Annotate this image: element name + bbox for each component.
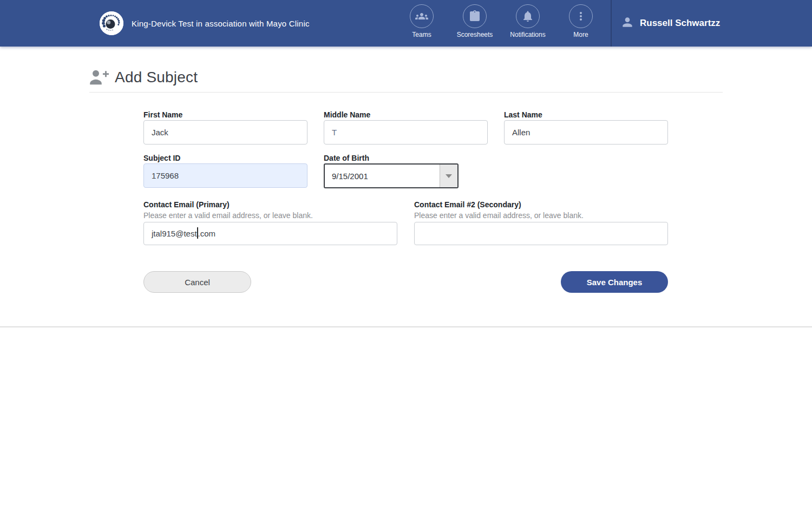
header-divider <box>611 0 612 47</box>
nav-item-teams[interactable]: Teams <box>395 4 448 38</box>
email-secondary-input[interactable] <box>414 222 668 245</box>
date-of-birth-value: 9/15/2001 <box>325 165 440 187</box>
clipboard-icon <box>463 4 487 28</box>
person-icon <box>620 15 634 31</box>
email-primary-hint: Please enter a valid email address, or l… <box>143 211 313 220</box>
content-bottom-divider <box>0 326 812 327</box>
email-primary-value-tail: .com <box>198 229 216 238</box>
date-of-birth-dropdown-button[interactable] <box>440 165 457 187</box>
heading-divider <box>89 92 723 93</box>
nav-label-more: More <box>573 31 588 38</box>
header-nav: Teams Scoresheets Notifications More <box>395 4 607 38</box>
date-of-birth-label: Date of Birth <box>324 154 369 162</box>
first-name-label: First Name <box>143 110 182 119</box>
last-name-value: Allen <box>512 128 530 137</box>
middle-name-value: T <box>332 128 337 137</box>
chevron-down-icon <box>446 174 452 178</box>
app-header: King-Devick Test in association with May… <box>0 0 812 47</box>
user-menu[interactable]: Russell Schwartzz <box>620 0 720 47</box>
groups-icon <box>410 4 434 28</box>
email-secondary-label: Contact Email #2 (Secondary) <box>414 200 521 209</box>
cancel-button-label: Cancel <box>185 278 210 287</box>
email-primary-label: Contact Email (Primary) <box>143 200 230 209</box>
person-add-icon <box>89 69 109 86</box>
brand-home-link[interactable]: King-Devick Test in association with May… <box>100 11 310 35</box>
subject-id-input[interactable]: 175968 <box>143 163 307 188</box>
last-name-input[interactable]: Allen <box>504 120 668 144</box>
save-changes-button-label: Save Changes <box>587 278 643 287</box>
subject-id-value: 175968 <box>152 171 179 180</box>
email-secondary-hint: Please enter a valid email address, or l… <box>414 211 584 220</box>
cancel-button[interactable]: Cancel <box>143 271 251 293</box>
middle-name-label: Middle Name <box>324 110 370 119</box>
page-title: Add Subject <box>115 69 198 86</box>
email-primary-value-head: jtal915@test <box>152 229 197 238</box>
app-title: King-Devick Test in association with May… <box>132 19 310 28</box>
subject-id-label: Subject ID <box>143 154 180 162</box>
app-window: King-Devick Test in association with May… <box>0 0 812 519</box>
save-changes-button[interactable]: Save Changes <box>561 271 668 293</box>
nav-label-notifications: Notifications <box>510 31 545 38</box>
more-vert-icon <box>569 4 593 28</box>
email-primary-input[interactable]: jtal915@test.com <box>143 222 397 245</box>
bell-icon <box>516 4 540 28</box>
nav-label-scoresheets: Scoresheets <box>457 31 493 38</box>
last-name-label: Last Name <box>504 110 542 119</box>
user-name: Russell Schwartzz <box>640 18 720 29</box>
middle-name-input[interactable]: T <box>324 120 488 144</box>
page-heading: Add Subject <box>89 67 198 88</box>
nav-item-notifications[interactable]: Notifications <box>501 4 554 38</box>
nav-item-more[interactable]: More <box>554 4 607 38</box>
nav-label-teams: Teams <box>412 31 431 38</box>
date-of-birth-combobox[interactable]: 9/15/2001 <box>324 163 459 188</box>
nav-item-scoresheets[interactable]: Scoresheets <box>448 4 501 38</box>
king-devick-logo-icon <box>100 11 123 35</box>
first-name-value: Jack <box>152 128 168 137</box>
first-name-input[interactable]: Jack <box>143 120 307 144</box>
